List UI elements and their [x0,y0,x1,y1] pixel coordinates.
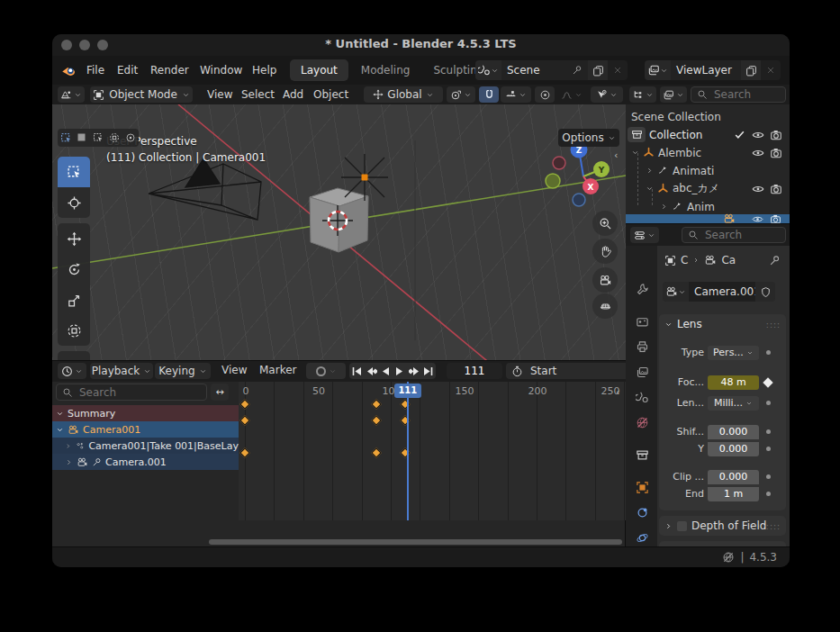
outliner-filter-dropdown[interactable] [660,86,687,103]
menu-window[interactable]: Window [194,61,248,79]
channel-action-strip[interactable]: Camera001|Take 001|BaseLay [52,438,239,454]
pan-viewport-button[interactable] [592,239,618,264]
outliner-row-abc-camera[interactable]: abc_カメ [626,180,790,197]
playhead-line[interactable] [407,382,409,520]
outliner-search[interactable] [691,86,786,103]
next-keyframe-button[interactable] [407,362,421,380]
proportional-falloff-dropdown[interactable] [556,86,587,103]
tool-rotate[interactable] [58,254,90,284]
jump-to-start-button[interactable] [349,362,364,380]
menu-file[interactable]: File [81,61,110,79]
zoom-viewport-button[interactable] [592,211,618,236]
tab-sculpting[interactable]: Sculpting [422,59,481,81]
tab-layout[interactable]: Layout [290,59,348,81]
lens-unit-dropdown[interactable]: Milli... [708,396,759,411]
eye-icon[interactable] [752,129,764,141]
fake-user-shield-button[interactable] [755,282,775,302]
camera-data-name-field[interactable]: Camera.001 [689,282,755,302]
select-box-extend-button[interactable] [90,129,106,147]
browse-camera-data-button[interactable] [663,282,689,302]
camera-visibility-icon[interactable] [770,147,782,159]
keyframe-diamond[interactable] [239,399,249,409]
blender-logo-icon[interactable] [60,62,77,78]
outliner-row-scene-collection[interactable]: Scene Collection [626,108,790,125]
camera-visibility-icon[interactable] [770,213,781,224]
channel-camera-data[interactable]: Camera.001 [52,454,239,470]
tab-render[interactable] [630,311,654,332]
snap-toggle-button[interactable] [479,86,499,103]
viewport-menu-add[interactable]: Add [277,86,309,104]
collection-icon[interactable] [628,127,646,142]
eye-icon[interactable] [752,213,763,224]
animate-dot[interactable] [766,474,771,479]
keyframe-diamond[interactable] [401,399,411,409]
viewport-menu-view[interactable]: View [202,86,238,104]
lens-type-dropdown[interactable]: Pers... [708,346,759,360]
navigation-gizmo[interactable]: Z Y X [540,135,621,221]
eye-icon[interactable] [752,147,764,159]
checkbox-icon[interactable] [734,129,745,140]
view-layer-browse-button[interactable] [645,60,671,80]
tab-constraints[interactable] [630,501,654,523]
animate-dot[interactable] [766,350,771,355]
menu-edit[interactable]: Edit [112,61,143,79]
channel-summary[interactable]: Summary [52,405,239,421]
timeline-channel-search[interactable] [56,384,207,401]
proportional-editing-button[interactable] [535,86,555,103]
prev-keyframe-button[interactable] [364,362,378,380]
keyframe-diamond[interactable] [239,415,249,425]
toggle-ortho-button[interactable] [592,293,618,319]
animate-dot[interactable] [766,429,771,434]
tool-cursor[interactable] [58,187,90,218]
scene-name-field[interactable]: Scene [501,60,588,80]
scene-unlink-button[interactable] [608,60,628,80]
play-button[interactable] [393,362,407,380]
tab-physics[interactable] [630,527,654,546]
network-offline-icon[interactable] [722,551,735,564]
show-overlays-dropdown[interactable] [591,86,623,103]
timeline-menu-view[interactable]: View [216,361,252,379]
dof-panel[interactable]: Depth of Field :::: [659,516,786,536]
outliner-row-collection[interactable]: Collection [626,126,790,143]
search-input[interactable] [712,87,780,102]
tab-scene[interactable] [630,386,654,408]
scene-new-copy-button[interactable] [588,60,608,80]
transform-orientation-dropdown[interactable]: Global [364,86,443,103]
focal-length-field[interactable]: 48 m [708,375,759,390]
tab-object[interactable] [630,476,654,498]
timeline-editor-type-dropdown[interactable] [58,363,86,379]
keyframe-diamond[interactable] [401,447,411,457]
frame-start-field[interactable]: Start [506,363,632,379]
playhead-label[interactable]: 111 [394,384,421,398]
properties-editor-type-dropdown[interactable] [630,227,659,243]
view-layer-remove-button[interactable] [761,60,781,80]
viewport-canvas[interactable]: User Perspective (111) Collection | Came… [52,104,626,360]
clip-start-field[interactable]: 0.000 [708,470,759,484]
viewport-menu-object[interactable]: Object [308,86,354,104]
tool-transform[interactable] [58,315,90,346]
lens-panel-header[interactable]: Lens [664,318,702,330]
search-input[interactable] [703,228,780,242]
select-box-subtract-button[interactable] [106,129,122,147]
keyframe-decorator-icon[interactable] [763,377,772,387]
tab-tool[interactable] [630,278,654,300]
breadcrumb-data[interactable]: Ca [721,254,736,266]
animate-dot[interactable] [766,492,771,496]
jump-to-end-button[interactable] [421,362,436,380]
view-layer-name-field[interactable]: ViewLayer [671,60,741,80]
playback-menu[interactable]: Playback [90,363,153,379]
keyframe-diamond[interactable] [371,399,381,409]
play-reverse-button[interactable] [378,362,393,380]
channel-filter-toggle[interactable]: ↔ [211,384,229,401]
tool-scale[interactable] [58,284,90,315]
camera-view-button[interactable] [592,267,618,293]
tool-select-box[interactable] [58,157,90,187]
outliner-row-anim-child[interactable]: Anim [626,198,790,215]
animate-dot[interactable] [766,401,771,405]
tab-world[interactable] [630,411,654,433]
outliner-row-camera001-selected[interactable] [626,214,790,223]
keying-menu[interactable]: Keying [155,363,211,379]
outliner-display-mode-dropdown[interactable] [629,86,656,103]
current-frame-field[interactable]: 111 [447,363,502,379]
keyframe-diamond[interactable] [239,447,249,457]
